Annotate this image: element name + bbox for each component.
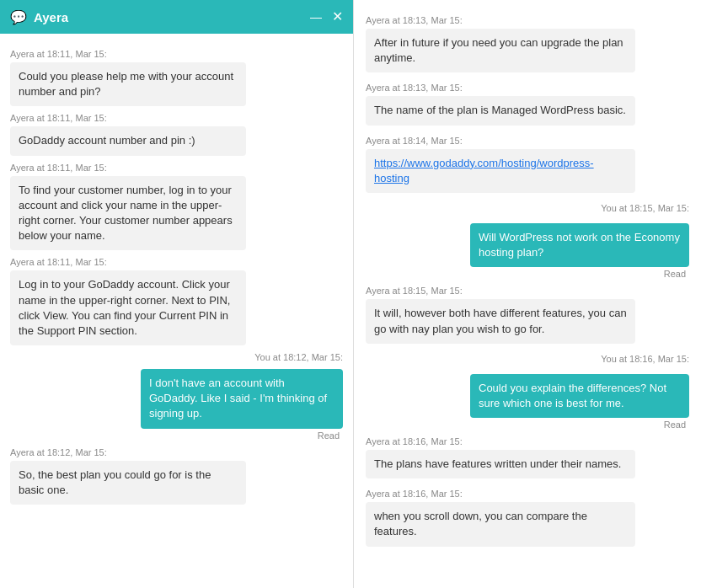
message-timestamp: Ayera at 18:11, Mar 15:	[10, 163, 343, 173]
message-timestamp: Ayera at 18:13, Mar 15:	[366, 15, 689, 25]
agent-message-bubble: To find your customer number, log in to …	[10, 176, 246, 251]
read-label: Read	[664, 269, 686, 279]
agent-message-bubble: So, the best plan you could go for is th…	[10, 461, 246, 505]
agent-message-bubble: After in future if you need you can upgr…	[366, 29, 635, 72]
message-timestamp: Ayera at 18:14, Mar 15:	[366, 136, 689, 146]
message-timestamp: Ayera at 18:11, Mar 15:	[10, 49, 343, 59]
left-chat-panel: 💬 Ayera — ✕ Ayera at 18:11, Mar 15:Could…	[0, 0, 354, 588]
user-message-row: I don't have an account with GoDaddy. Li…	[10, 369, 343, 441]
user-message-bubble: Could you explain the differences? Not s…	[470, 374, 689, 418]
agent-message-bubble: when you scroll down, you can compare th…	[366, 502, 635, 546]
chat-header-left: 💬 Ayera	[10, 9, 68, 25]
read-label: Read	[318, 430, 340, 441]
left-messages-area: Ayera at 18:11, Mar 15:Could you please …	[0, 34, 353, 588]
close-button[interactable]: ✕	[332, 10, 343, 24]
message-timestamp-right: You at 18:16, Mar 15:	[366, 354, 689, 364]
chat-title: Ayera	[34, 10, 68, 24]
message-timestamp: Ayera at 18:16, Mar 15:	[366, 436, 689, 446]
agent-message-bubble: It will, however both have different fea…	[366, 299, 635, 343]
message-timestamp: Ayera at 18:11, Mar 15:	[10, 257, 343, 267]
right-chat-panel: Ayera at 18:13, Mar 15:After in future i…	[354, 0, 701, 588]
chat-link[interactable]: https://www.godaddy.com/hosting/wordpres…	[374, 157, 594, 184]
user-message-bubble: Will WordPress not work on the Economy h…	[470, 223, 689, 267]
message-timestamp: Ayera at 18:12, Mar 15:	[10, 447, 343, 457]
user-message-row: Could you explain the differences? Not s…	[366, 374, 689, 430]
agent-link-bubble: https://www.godaddy.com/hosting/wordpres…	[366, 149, 635, 193]
chat-icon: 💬	[10, 9, 27, 25]
message-timestamp: Ayera at 18:15, Mar 15:	[366, 286, 689, 296]
user-message-bubble: I don't have an account with GoDaddy. Li…	[141, 369, 343, 429]
message-timestamp-right: You at 18:12, Mar 15:	[10, 352, 343, 362]
message-timestamp-right: You at 18:15, Mar 15:	[366, 203, 689, 213]
user-message-row: Will WordPress not work on the Economy h…	[366, 223, 689, 279]
message-timestamp: Ayera at 18:13, Mar 15:	[366, 83, 689, 93]
agent-message-bubble: The name of the plan is Managed WordPres…	[366, 96, 635, 125]
message-timestamp: Ayera at 18:16, Mar 15:	[366, 489, 689, 499]
chat-header: 💬 Ayera — ✕	[0, 0, 353, 34]
agent-message-bubble: GoDaddy account number and pin :)	[10, 126, 246, 155]
header-controls: — ✕	[310, 10, 343, 24]
minimize-button[interactable]: —	[310, 11, 322, 23]
read-label: Read	[664, 420, 686, 430]
message-timestamp: Ayera at 18:11, Mar 15:	[10, 113, 343, 123]
agent-message-bubble: Log in to your GoDaddy account. Click yo…	[10, 270, 246, 345]
agent-message-bubble: Could you please help me with your accou…	[10, 62, 246, 106]
agent-message-bubble: The plans have features written under th…	[366, 450, 635, 478]
